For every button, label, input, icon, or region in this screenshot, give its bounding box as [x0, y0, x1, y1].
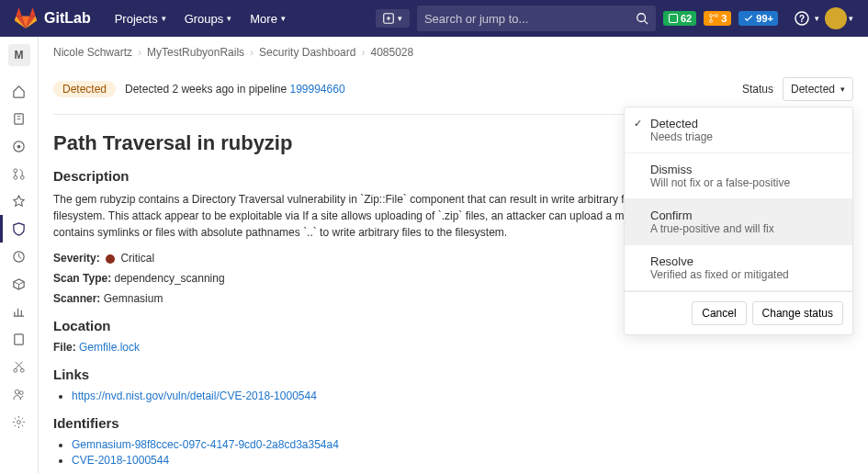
svg-point-5	[716, 15, 718, 17]
status-option-detected[interactable]: ✓ Detected Needs triage	[625, 107, 852, 153]
status-option-title: Resolve	[650, 254, 840, 268]
project-avatar[interactable]: M	[8, 44, 30, 66]
sidebar-members[interactable]	[0, 380, 39, 408]
cancel-button[interactable]: Cancel	[692, 301, 746, 325]
issues-badge[interactable]: 62	[663, 11, 696, 26]
chevron-down-icon: ▾	[815, 14, 819, 23]
file-label: File:	[53, 341, 76, 354]
scanner-value: Gemnasium	[104, 292, 163, 305]
sidebar-repository[interactable]	[0, 105, 39, 132]
sidebar-snippets[interactable]	[0, 353, 39, 380]
status-option-sub: Will not fix or a false-positive	[650, 176, 840, 189]
header-row: Detected Detected 2 weeks ago in pipelin…	[53, 68, 853, 115]
scantype-label: Scan Type:	[53, 272, 111, 285]
file-line: File: Gemfile.lock	[53, 341, 853, 354]
external-link[interactable]: https://nvd.nist.gov/vuln/detail/CVE-201…	[72, 389, 317, 402]
sidebar-packages[interactable]	[0, 270, 39, 298]
severity-value: Critical	[120, 252, 154, 265]
links-list: https://nvd.nist.gov/vuln/detail/CVE-201…	[53, 389, 853, 402]
issues-count: 62	[681, 13, 692, 24]
nav-groups-label: Groups	[185, 12, 224, 26]
svg-rect-15	[15, 333, 23, 344]
nav-projects[interactable]: Projects▾	[106, 0, 175, 37]
sidebar-wiki[interactable]	[0, 325, 39, 353]
sidebar-home[interactable]	[0, 77, 39, 105]
svg-point-1	[637, 14, 646, 22]
merge-count: 3	[721, 13, 727, 24]
chevron-down-icon: ▾	[281, 14, 286, 23]
file-link[interactable]: Gemfile.lock	[79, 341, 140, 354]
svg-point-11	[14, 168, 17, 172]
status-dropdown[interactable]: Detected ▾	[783, 77, 853, 101]
description-text: The gem rubyzip contains a Directory Tra…	[53, 191, 715, 241]
svg-point-17	[20, 368, 24, 372]
sidebar-analytics[interactable]	[0, 298, 39, 325]
breadcrumb-item[interactable]: Nicole Schwartz	[53, 46, 132, 59]
merge-badge[interactable]: 3	[704, 11, 731, 26]
svg-point-13	[20, 175, 24, 179]
status-dropdown-panel: ✓ Detected Needs triage Dismiss Will not…	[624, 107, 853, 335]
status-option-title: Detected	[650, 117, 840, 130]
chevron-down-icon: ▾	[840, 85, 845, 94]
nav-more[interactable]: More▾	[241, 0, 295, 37]
plus-square-icon	[383, 13, 394, 24]
check-icon: ✓	[634, 118, 642, 130]
chevron-down-icon: ▾	[398, 14, 402, 23]
sidebar-merge-requests[interactable]	[0, 160, 39, 187]
status-option-title: Dismiss	[650, 163, 840, 176]
sidebar-operations[interactable]	[0, 243, 39, 270]
svg-point-18	[15, 389, 19, 394]
severity-label: Severity:	[53, 252, 100, 265]
new-button[interactable]: ▾	[376, 9, 410, 28]
sidebar-settings[interactable]	[0, 408, 39, 435]
pipeline-link[interactable]: 199994660	[289, 83, 344, 96]
breadcrumb-item[interactable]: 4085028	[370, 46, 413, 59]
status-value: Detected	[791, 83, 835, 96]
scantype-value: dependency_scanning	[114, 272, 224, 285]
help-icon[interactable]: ?	[791, 7, 813, 29]
svg-point-19	[19, 390, 23, 394]
sidebar-cicd[interactable]	[0, 187, 39, 215]
breadcrumb-item[interactable]: Security Dashboard	[259, 46, 355, 59]
header-text: Detected 2 weeks ago in pipeline 1999946…	[125, 83, 345, 96]
status-option-resolve[interactable]: Resolve Verified as fixed or mitigated	[625, 245, 852, 291]
search-box[interactable]	[417, 6, 656, 31]
status-label: Status	[742, 83, 773, 96]
breadcrumb-item[interactable]: MyTestRubyonRails	[147, 46, 244, 59]
brand-name[interactable]: GitLab	[44, 10, 91, 27]
svg-point-20	[17, 420, 21, 423]
nav-groups[interactable]: Groups▾	[175, 0, 242, 37]
identifier-link[interactable]: CVE-2018-1000544	[72, 454, 169, 467]
svg-point-4	[710, 20, 713, 23]
sidebar-issues[interactable]	[0, 132, 39, 160]
svg-rect-2	[669, 15, 677, 23]
status-option-dismiss[interactable]: Dismiss Will not fix or a false-positive	[625, 153, 852, 199]
status-option-title: Confirm	[650, 209, 840, 222]
identifiers-list: Gemnasium-98f8ccec-097c-4147-9cd0-2a8cd3…	[53, 438, 853, 467]
nav-projects-label: Projects	[115, 12, 158, 26]
section-links: Links	[53, 367, 853, 382]
header-text-prefix: Detected 2 weeks ago in pipeline	[125, 83, 289, 96]
user-avatar[interactable]	[825, 7, 847, 29]
svg-point-16	[14, 368, 17, 372]
sidebar-security[interactable]	[0, 215, 39, 243]
breadcrumbs: Nicole Schwartz› MyTestRubyonRails› Secu…	[53, 37, 853, 68]
status-option-sub: Verified as fixed or mitigated	[650, 268, 840, 281]
status-option-confirm[interactable]: Confirm A true-positive and will fix	[625, 199, 852, 245]
status-badge: Detected	[53, 81, 116, 97]
svg-text:?: ?	[799, 14, 805, 24]
identifier-link[interactable]: Gemnasium-98f8ccec-097c-4147-9cd0-2a8cd3…	[72, 438, 339, 451]
search-input[interactable]	[424, 12, 636, 26]
status-option-sub: A true-positive and will fix	[650, 222, 840, 235]
main-content: Nicole Schwartz› MyTestRubyonRails› Secu…	[39, 37, 868, 474]
todos-badge[interactable]: 99+	[738, 11, 778, 26]
change-status-button[interactable]: Change status	[752, 301, 843, 325]
search-icon	[636, 12, 648, 25]
merge-icon	[708, 13, 719, 24]
sidebar: M	[0, 37, 39, 474]
todo-icon	[743, 13, 754, 24]
scanner-label: Scanner:	[53, 292, 100, 305]
svg-point-3	[710, 15, 713, 17]
gitlab-logo-icon[interactable]	[15, 7, 37, 29]
svg-point-10	[17, 144, 21, 148]
